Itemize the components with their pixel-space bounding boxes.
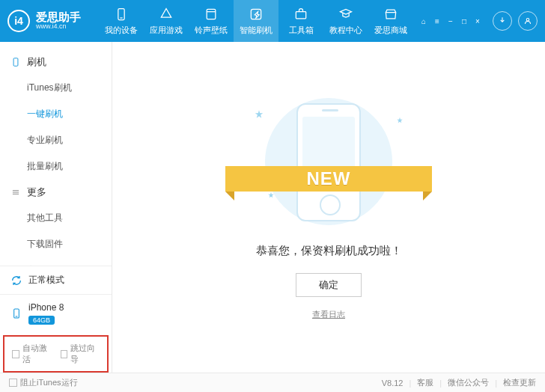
btn-close-icon[interactable]: × xyxy=(473,16,482,25)
ok-button[interactable]: 确定 xyxy=(296,273,362,297)
nav-tutorials[interactable]: 教程中心 xyxy=(323,0,368,42)
svg-rect-5 xyxy=(296,11,305,18)
version-label: V8.12 xyxy=(382,379,404,388)
phone-icon xyxy=(10,307,22,319)
device-mode[interactable]: 正常模式 xyxy=(0,266,112,295)
sidebar-item-batch-flash[interactable]: 批量刷机 xyxy=(0,153,112,180)
btn-menu-icon[interactable]: ≡ xyxy=(433,16,442,25)
storage-badge: 64GB xyxy=(28,316,55,325)
refresh-icon xyxy=(10,275,22,287)
section-more-header: 更多 xyxy=(0,180,112,205)
main-content: NEW 恭喜您，保资料刷机成功啦！ 确定 查看日志 xyxy=(112,42,545,373)
sidebar-item-pro-flash[interactable]: 专业刷机 xyxy=(0,127,112,153)
nav-flash[interactable]: 智能刷机 xyxy=(234,0,278,42)
link-update[interactable]: 检查更新 xyxy=(503,377,536,388)
app-url: www.i4.cn xyxy=(36,23,81,31)
nav-my-device[interactable]: 我的设备 xyxy=(99,0,144,42)
download-button[interactable] xyxy=(493,11,512,31)
account-button[interactable] xyxy=(518,11,538,31)
device-row[interactable]: iPhone 8 64GB xyxy=(0,295,112,332)
svg-rect-2 xyxy=(207,9,216,19)
success-illustration: NEW xyxy=(246,94,411,229)
svg-rect-7 xyxy=(13,58,18,67)
btn-cart-icon[interactable]: ⌂ xyxy=(419,16,428,25)
sidebar: 刷机 iTunes刷机 一键刷机 专业刷机 批量刷机 更多 其他工具 下载固件 … xyxy=(0,42,112,373)
chk-skip-wizard[interactable]: 跳过向导 xyxy=(61,343,100,365)
window-controls: ⌂ ≡ − □ × xyxy=(419,16,482,25)
nav-toolbox[interactable]: 工具箱 xyxy=(278,0,323,42)
sidebar-item-other-tools[interactable]: 其他工具 xyxy=(0,205,112,231)
logo-icon: i4 xyxy=(7,10,30,32)
main-nav: 我的设备 应用游戏 铃声壁纸 智能刷机 工具箱 教程中心 爱思商城 xyxy=(99,0,413,42)
link-wechat[interactable]: 微信公众号 xyxy=(448,377,489,388)
title-bar: i4 爱思助手 www.i4.cn 我的设备 应用游戏 铃声壁纸 智能刷机 工具… xyxy=(0,0,545,42)
sidebar-item-download-fw[interactable]: 下载固件 xyxy=(0,231,112,257)
options-highlighted: 自动激活 跳过向导 xyxy=(3,335,109,373)
sidebar-item-itunes-flash[interactable]: iTunes刷机 xyxy=(0,75,112,101)
link-support[interactable]: 客服 xyxy=(417,377,433,388)
nav-store[interactable]: 爱思商城 xyxy=(368,0,413,42)
app-logo: i4 爱思助手 www.i4.cn xyxy=(7,10,81,32)
btn-minimize-icon[interactable]: − xyxy=(446,16,455,25)
success-message: 恭喜您，保资料刷机成功啦！ xyxy=(256,244,402,258)
chk-auto-activate[interactable]: 自动激活 xyxy=(12,343,52,365)
app-name: 爱思助手 xyxy=(36,11,81,24)
section-flash-header: 刷机 xyxy=(0,49,112,75)
nav-apps[interactable]: 应用游戏 xyxy=(144,0,189,42)
nav-ringtones[interactable]: 铃声壁纸 xyxy=(189,0,234,42)
chk-block-itunes[interactable]: 阻止iTunes运行 xyxy=(9,377,78,388)
view-log-link[interactable]: 查看日志 xyxy=(312,309,345,320)
device-name: iPhone 8 xyxy=(28,302,64,313)
svg-point-6 xyxy=(526,19,529,22)
btn-maximize-icon[interactable]: □ xyxy=(460,16,469,25)
new-banner: NEW xyxy=(225,160,432,197)
mode-label: 正常模式 xyxy=(28,274,64,287)
sidebar-item-oneclick-flash[interactable]: 一键刷机 xyxy=(0,101,112,127)
sidebar-item-advanced[interactable]: 高级功能 xyxy=(0,257,112,266)
status-bar: 阻止iTunes运行 V8.12 | 客服 | 微信公众号 | 检查更新 xyxy=(0,373,545,392)
